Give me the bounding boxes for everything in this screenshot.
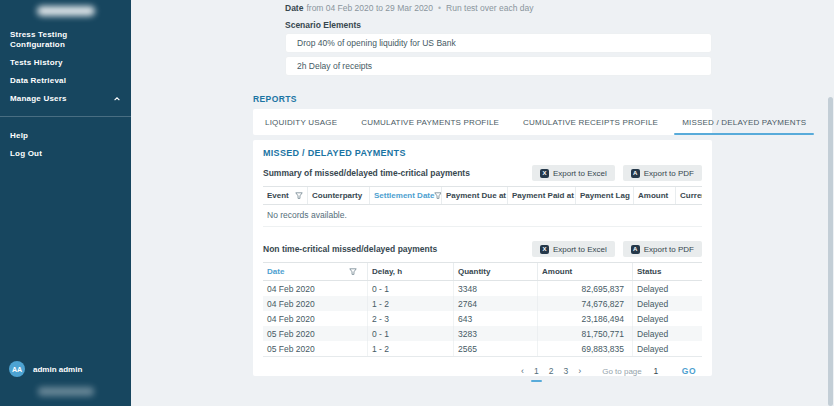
cell-date: 04 Feb 2020 bbox=[263, 296, 367, 311]
export-pdf-label: Export to PDF bbox=[644, 169, 694, 178]
column-header-date[interactable]: Date bbox=[263, 263, 367, 280]
column-label: Status bbox=[637, 267, 661, 276]
date-range: from 04 Feb 2020 to 29 Mar 2020 bbox=[306, 3, 433, 13]
column-header-settlement-date[interactable]: Settlement Date bbox=[369, 187, 441, 204]
scenario-date-line: Datefrom 04 Feb 2020 to 29 Mar 2020•Run … bbox=[285, 3, 712, 13]
go-to-page-label: Go to page bbox=[602, 367, 642, 376]
missed-delayed-panel: MISSED / DELAYED PAYMENTS Summary of mis… bbox=[253, 140, 712, 376]
export-pdf-button[interactable]: A Export to PDF bbox=[623, 165, 702, 181]
pdf-file-icon: A bbox=[631, 245, 640, 254]
summary-table-title: Summary of missed/delayed time-critical … bbox=[263, 168, 470, 178]
go-to-page-input[interactable] bbox=[646, 365, 666, 377]
column-header-amount[interactable]: Amount bbox=[537, 263, 632, 280]
page-button-1[interactable]: 1 bbox=[529, 364, 544, 378]
go-button[interactable]: GO bbox=[676, 365, 702, 377]
user-profile[interactable]: AA admin admin bbox=[0, 355, 131, 379]
panel-title: MISSED / DELAYED PAYMENTS bbox=[263, 148, 702, 158]
sidebar-item-manage-users[interactable]: Manage Users bbox=[0, 90, 131, 108]
cell-delay: 0 - 1 bbox=[367, 326, 453, 341]
column-label: Payment Due at bbox=[446, 191, 506, 200]
column-label: Quantity bbox=[458, 267, 490, 276]
export-pdf-button[interactable]: A Export to PDF bbox=[623, 241, 702, 257]
page-button-3[interactable]: 3 bbox=[558, 364, 573, 378]
non-critical-table-body: 04 Feb 2020 0 - 1 3348 82,695,837 Delaye… bbox=[263, 281, 702, 357]
sidebar-item-label: Data Retrieval bbox=[10, 76, 66, 86]
column-header-delay[interactable]: Delay, h bbox=[367, 263, 453, 280]
column-label: Amount bbox=[542, 267, 572, 276]
cell-amount: 23,186,494 bbox=[537, 311, 632, 326]
sidebar-item-label: Log Out bbox=[10, 149, 42, 159]
sidebar-item-label: Stress Testing Configuration bbox=[10, 30, 121, 50]
cell-delay: 1 - 2 bbox=[367, 296, 453, 311]
sidebar-item-tests-history[interactable]: Tests History bbox=[0, 54, 131, 72]
excel-file-icon: X bbox=[540, 245, 549, 254]
summary-table-header: Event Counterparty Settlement Date Payme… bbox=[263, 186, 702, 205]
column-header-status[interactable]: Status bbox=[632, 263, 702, 280]
page-button-2[interactable]: 2 bbox=[544, 364, 559, 378]
export-excel-button[interactable]: X Export to Excel bbox=[532, 165, 615, 181]
cell-quantity: 3283 bbox=[453, 326, 537, 341]
sidebar-item-log-out[interactable]: Log Out bbox=[0, 145, 131, 163]
filter-icon[interactable] bbox=[295, 192, 303, 200]
cell-delay: 1 - 2 bbox=[367, 341, 453, 356]
cell-quantity: 3348 bbox=[453, 281, 537, 296]
table-row[interactable]: 04 Feb 2020 1 - 2 2764 74,676,827 Delaye… bbox=[263, 296, 702, 311]
sidebar-item-stress-testing-configuration[interactable]: Stress Testing Configuration bbox=[0, 26, 131, 54]
export-excel-label: Export to Excel bbox=[553, 245, 607, 254]
column-label: Date bbox=[267, 267, 284, 276]
pdf-file-icon: A bbox=[631, 169, 640, 178]
vertical-scrollbar[interactable] bbox=[828, 97, 833, 406]
cell-date: 04 Feb 2020 bbox=[263, 281, 367, 296]
cell-quantity: 2764 bbox=[453, 296, 537, 311]
tab-cumulative-receipts-profile[interactable]: CUMULATIVE RECEIPTS PROFILE bbox=[511, 109, 670, 135]
cell-quantity: 643 bbox=[453, 311, 537, 326]
column-label: Payment Lag bbox=[580, 191, 630, 200]
cell-delay: 2 - 3 bbox=[367, 311, 453, 326]
cell-amount: 81,750,771 bbox=[537, 326, 632, 341]
column-header-event[interactable]: Event bbox=[263, 187, 307, 204]
table-row[interactable]: 05 Feb 2020 0 - 1 3283 81,750,771 Delaye… bbox=[263, 326, 702, 341]
cell-status: Delayed bbox=[632, 296, 702, 311]
next-page-button[interactable]: › bbox=[573, 365, 586, 378]
app-logo bbox=[37, 6, 95, 16]
tab-liquidity-usage[interactable]: LIQUIDITY USAGE bbox=[253, 109, 349, 135]
cell-amount: 82,695,837 bbox=[537, 281, 632, 296]
sidebar-divider bbox=[0, 116, 131, 117]
reports-heading: REPORTS bbox=[253, 94, 712, 104]
tab-missed-delayed-payments[interactable]: MISSED / DELAYED PAYMENTS bbox=[670, 109, 818, 135]
column-header-quantity[interactable]: Quantity bbox=[453, 263, 537, 280]
cell-amount: 74,676,827 bbox=[537, 296, 632, 311]
scenario-element-card: 2h Delay of receipts bbox=[285, 56, 712, 76]
table-row[interactable]: 05 Feb 2020 1 - 2 2565 69,883,835 Delaye… bbox=[263, 341, 702, 356]
sidebar-item-help[interactable]: Help bbox=[0, 127, 131, 145]
cell-status: Delayed bbox=[632, 326, 702, 341]
scenario-element-card: Drop 40% of opening liquidity for US Ban… bbox=[285, 33, 712, 53]
sidebar-item-label: Tests History bbox=[10, 58, 63, 68]
column-header-payment-due-at[interactable]: Payment Due at bbox=[441, 187, 507, 204]
cell-status: Delayed bbox=[632, 311, 702, 326]
excel-file-icon: X bbox=[540, 169, 549, 178]
no-records-message: No records available. bbox=[263, 205, 702, 227]
table-row[interactable]: 04 Feb 2020 0 - 1 3348 82,695,837 Delaye… bbox=[263, 281, 702, 296]
column-header-amount[interactable]: Amount bbox=[633, 187, 675, 204]
table-row[interactable]: 04 Feb 2020 2 - 3 643 23,186,494 Delayed bbox=[263, 311, 702, 326]
cell-status: Delayed bbox=[632, 341, 702, 356]
column-header-payment-lag[interactable]: Payment Lag bbox=[575, 187, 633, 204]
non-critical-table-header: Date Delay, h Quantity Amount Status bbox=[263, 262, 702, 281]
export-excel-button[interactable]: X Export to Excel bbox=[532, 241, 615, 257]
sidebar-item-label: Help bbox=[10, 131, 28, 141]
cell-quantity: 2565 bbox=[453, 341, 537, 356]
column-label: Delay, h bbox=[372, 267, 402, 276]
tab-cumulative-payments-profile[interactable]: CUMULATIVE PAYMENTS PROFILE bbox=[349, 109, 511, 135]
column-label: Amount bbox=[638, 191, 668, 200]
pagination: ‹ 1 2 3 › Go to page GO bbox=[263, 357, 702, 378]
column-header-currency[interactable]: Currency bbox=[675, 187, 702, 204]
cell-amount: 69,883,835 bbox=[537, 341, 632, 356]
filter-icon[interactable] bbox=[349, 268, 357, 276]
sidebar-item-data-retrieval[interactable]: Data Retrieval bbox=[0, 72, 131, 90]
previous-page-button[interactable]: ‹ bbox=[516, 365, 529, 378]
redacted-text bbox=[38, 387, 94, 396]
column-header-counterparty[interactable]: Counterparty bbox=[307, 187, 369, 204]
reports-tabbar: LIQUIDITY USAGE CUMULATIVE PAYMENTS PROF… bbox=[253, 109, 712, 135]
column-header-payment-paid-at[interactable]: Payment Paid at bbox=[507, 187, 575, 204]
